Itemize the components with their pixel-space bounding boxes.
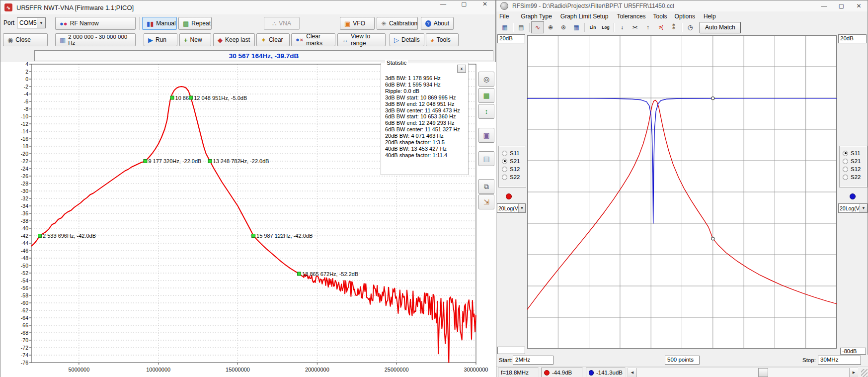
minimize-icon[interactable]: — [815, 0, 833, 11]
limit-bottom-right-field[interactable]: -80dB [840, 348, 866, 355]
stop-freq-field[interactable]: 30MHz [818, 356, 861, 365]
menu-file[interactable]: File [499, 12, 509, 21]
radio-label: S11 [510, 150, 520, 156]
screen-capture-button[interactable]: ▤ [478, 151, 494, 166]
right-radio-s22[interactable]: S22 [840, 173, 867, 181]
clear-button[interactable]: ✦ Clear [256, 33, 290, 46]
cursor-scrollbar[interactable]: ◀ ▶ [628, 368, 858, 377]
marker-point[interactable] [170, 96, 174, 99]
right-radio-s11[interactable]: S11 [840, 149, 867, 157]
manual-button[interactable]: ▮▮ Manual [142, 17, 177, 30]
start-freq-field[interactable]: 2MHz [513, 356, 553, 365]
fit-vertical-button[interactable]: ↕ [478, 104, 494, 119]
y-axis-tick: -38 [21, 218, 28, 224]
about-button[interactable]: ? About [421, 17, 454, 30]
keep-last-button[interactable]: ◆ Keep last [213, 33, 255, 46]
run-button[interactable]: ▶ Run [144, 33, 177, 46]
vfo-button[interactable]: ▣ VFO [340, 17, 375, 30]
smith-chart-button[interactable]: ⊕ [544, 21, 557, 33]
limit-bottom-left-field[interactable] [497, 347, 525, 354]
shift-down-icon: ↓ [621, 24, 624, 31]
optimize-button[interactable]: ⁑ [667, 21, 680, 33]
x-axis-tick: 30000000 [464, 367, 488, 373]
cursor-point-blue[interactable] [711, 97, 714, 100]
speed-button[interactable]: ◷ [684, 21, 697, 33]
vna-button[interactable]: ∴ VNA [264, 17, 300, 30]
close-icon[interactable]: ✕ [474, 0, 495, 7]
auto-match-button[interactable]: Auto Match [700, 22, 741, 33]
limit-top-right-field[interactable]: 20dB [838, 34, 867, 43]
marker-grid-button[interactable]: ▦ [478, 88, 494, 103]
tools-button[interactable]: ◕ Tools [426, 33, 459, 46]
close-icon[interactable]: ✕ [850, 0, 868, 11]
minimize-icon[interactable]: — [433, 0, 454, 7]
statistic-close-button[interactable]: x [457, 65, 466, 73]
optimize-icon: ⁑ [672, 24, 675, 31]
query-button[interactable]: ?{ [654, 21, 667, 33]
scroll-right-icon[interactable]: ▶ [849, 368, 858, 377]
left-radio-s12[interactable]: S12 [499, 165, 526, 173]
maximize-icon[interactable]: ▢ [833, 0, 850, 11]
print-button[interactable]: ▤ [515, 21, 528, 33]
left-radio-s21[interactable]: S21 [499, 157, 526, 165]
cursor-readout: 30 567 164Hz, -39.7dB [34, 50, 493, 61]
file-save-button[interactable]: ▦ [498, 21, 511, 33]
marker-point[interactable] [144, 160, 147, 163]
linear-scale-button[interactable]: Lin [586, 21, 599, 33]
left-radio-s11[interactable]: S11 [499, 149, 526, 157]
graph-view-button[interactable]: ∿ [531, 21, 544, 33]
limit-top-left-field[interactable]: 20dB [497, 34, 525, 43]
port-select[interactable]: COM5 ▼ [17, 17, 46, 28]
y-axis-tick: -34 [21, 203, 28, 209]
shift-up-button[interactable]: ↑ [641, 21, 654, 33]
right-radio-s12[interactable]: S12 [840, 165, 867, 173]
menu-tools[interactable]: Tools [653, 12, 667, 21]
clear-marks-button[interactable]: ●✕ Clear marks [291, 33, 335, 46]
menu-help[interactable]: Help [704, 12, 716, 21]
shift-down-button[interactable]: ↓ [616, 21, 629, 33]
export-chart-button[interactable]: ⇲ [478, 194, 494, 209]
radio-label: S21 [851, 158, 861, 164]
frequency-range-button[interactable]: ▦ 2 000 000 - 30 000 000 Hz [55, 33, 136, 46]
points-field[interactable]: 500 points [665, 356, 700, 365]
rf-narrow-button[interactable]: ●● RF Narrow [55, 17, 136, 30]
marker-point[interactable] [208, 160, 212, 163]
zoom-tool-button[interactable]: ◎ [478, 72, 494, 87]
left-radio-s22[interactable]: S22 [499, 173, 526, 181]
marker-point[interactable] [38, 234, 42, 238]
log-scale-button[interactable]: Log [599, 21, 612, 33]
copy-page-button[interactable]: ⧉ [478, 179, 494, 194]
details-button[interactable]: ▷ Details [390, 33, 424, 46]
scrollbar-thumb[interactable] [758, 368, 768, 377]
rfsim-plot[interactable] [527, 35, 837, 349]
menu-options[interactable]: Options [675, 12, 695, 21]
scale-select-right[interactable]: 20Log(V ▼ [838, 203, 868, 213]
marker-point[interactable] [298, 272, 301, 276]
play-icon: ▶ [148, 37, 153, 43]
new-button[interactable]: + New [179, 33, 211, 46]
repeat-icon: ▤ [183, 20, 189, 27]
menu-graph-type[interactable]: Graph Type [521, 12, 552, 21]
table-view-button[interactable]: ▦ [570, 21, 583, 33]
view-to-range-button[interactable]: ↔ View to range [337, 33, 386, 46]
close-port-button[interactable]: ◉ Close [3, 33, 48, 46]
calibration-button[interactable]: ✳ Calibration [377, 17, 418, 30]
polar-chart-button[interactable]: ⊛ [557, 21, 570, 33]
zoom-fit-button[interactable]: >< [629, 21, 641, 33]
cursor-point-red[interactable] [711, 237, 714, 240]
menu-tolerances[interactable]: Tolerances [617, 12, 646, 21]
y-axis-tick: -66 [21, 322, 28, 328]
maximize-icon[interactable]: ▢ [454, 0, 474, 7]
resize-grip[interactable] [861, 369, 868, 377]
marker-point[interactable] [189, 96, 193, 99]
x-axis-tick: 20000000 [305, 367, 329, 373]
query-icon: ?{ [659, 25, 663, 30]
right-radio-s21[interactable]: S21 [840, 157, 867, 165]
repeat-button[interactable]: ▤ Repeat [178, 17, 212, 30]
scroll-left-icon[interactable]: ◀ [628, 368, 637, 377]
chart-snapshot-button[interactable]: ▣ [478, 128, 494, 143]
scale-select-left[interactable]: 20Log(V ▼ [497, 203, 526, 213]
cursor-readout-value: 30 567 164Hz, -39.7dB [229, 52, 299, 60]
marker-point[interactable] [252, 234, 255, 238]
menu-graph-limit-setup[interactable]: Graph Limit Setup [560, 12, 609, 21]
